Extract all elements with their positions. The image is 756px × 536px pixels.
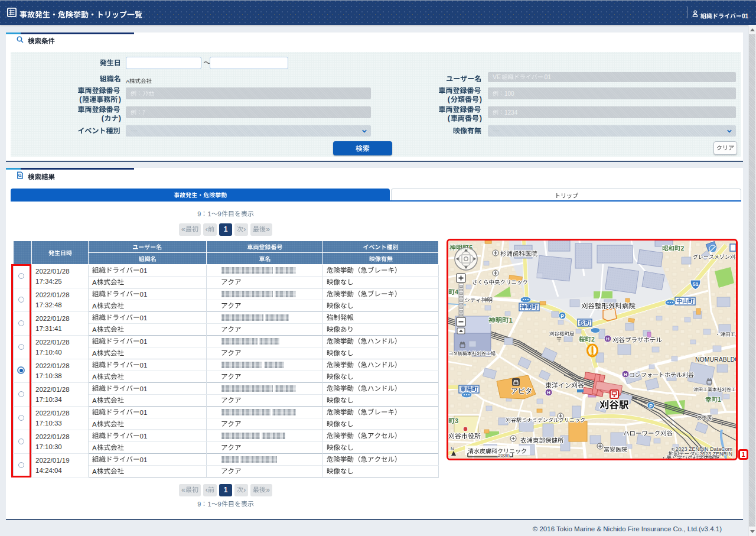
svg-text:2: 2 (591, 336, 595, 343)
svg-text:1: 1 (718, 396, 721, 403)
svg-text:P: P (561, 313, 564, 319)
svg-text:4: 4 (455, 288, 459, 295)
svg-text:1: 1 (509, 317, 513, 324)
svg-text:200m: 200m (498, 453, 510, 458)
svg-text:P: P (649, 403, 653, 409)
svg-text:3: 3 (455, 417, 458, 424)
svg-text:N: N (451, 446, 454, 451)
svg-text:2: 2 (681, 245, 685, 252)
svg-text:H: H (547, 390, 550, 395)
svg-text:H: H (624, 372, 627, 377)
svg-text:NOMURABLDG.: NOMURABLDG. (695, 356, 736, 363)
svg-text:51: 51 (693, 281, 699, 287)
svg-text:H: H (606, 336, 610, 342)
